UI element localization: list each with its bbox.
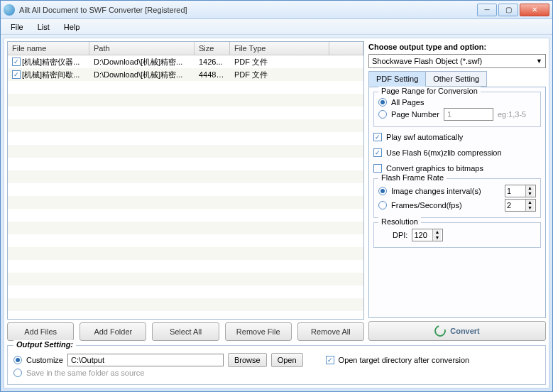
convert-button[interactable]: Convert	[368, 321, 546, 341]
menu-file[interactable]: File	[5, 21, 29, 33]
dpi-input[interactable]: ▲▼	[412, 229, 443, 241]
menu-list[interactable]: List	[32, 21, 55, 33]
file-table: File name Path Size File Type ✓[机械]精密仪器.…	[7, 41, 364, 320]
upper-row: File name Path Size File Type ✓[机械]精密仪器.…	[7, 41, 546, 341]
spin-down-icon: ▼	[432, 235, 441, 241]
spin-up-icon: ▲	[525, 185, 534, 191]
browse-button[interactable]: Browse	[228, 353, 267, 367]
open-target-checkbox[interactable]: ✓	[326, 356, 334, 364]
page-number-label: Page Number	[391, 110, 439, 119]
output-path-input[interactable]	[67, 354, 224, 366]
dropdown-icon: ▼	[536, 58, 542, 65]
convert-label: Convert	[450, 327, 480, 335]
col-spacer	[329, 42, 363, 55]
cell-type: PDF 文件	[230, 57, 329, 67]
col-size[interactable]: Size	[195, 42, 230, 55]
bitmaps-label: Convert graphics to bitmaps	[386, 164, 483, 173]
same-folder-radio[interactable]	[13, 369, 22, 377]
dpi-label: DPI:	[393, 231, 407, 239]
cell-path: D:\Download\[机械]精密...	[89, 70, 195, 80]
menubar: File List Help	[1, 19, 552, 35]
minimize-button[interactable]: ─	[477, 4, 497, 16]
spin-up-icon: ▲	[432, 229, 441, 235]
remove-all-button[interactable]: Remove All	[297, 322, 364, 341]
tab-pdf-setting[interactable]: PDF Setting	[368, 71, 426, 87]
table-row[interactable]: ✓[机械]精密间歇... D:\Download\[机械]精密... 4448K…	[8, 68, 363, 81]
page-range-hint: eg:1,3-5	[498, 110, 526, 119]
client-area: File name Path Size File Type ✓[机械]精密仪器.…	[4, 38, 549, 388]
col-filename[interactable]: File name	[8, 42, 89, 55]
tab-other-setting[interactable]: Other Setting	[425, 71, 487, 87]
same-folder-label: Save in the same folder as source	[26, 369, 144, 377]
spin-down-icon: ▼	[525, 191, 534, 197]
zlib-checkbox[interactable]: ✓	[373, 148, 382, 157]
options-pane: Choose output type and option: Shockwave…	[368, 41, 546, 341]
page-number-input[interactable]	[444, 108, 493, 121]
col-path[interactable]: Path	[89, 42, 195, 55]
remove-file-button[interactable]: Remove File	[225, 322, 292, 341]
spin-down-icon: ▼	[525, 205, 534, 211]
window-title: Ailt All Document to SWF Converter [Regi…	[19, 6, 477, 14]
app-window: Ailt All Document to SWF Converter [Regi…	[0, 0, 553, 392]
frame-rate-legend: Flash Frame Rate	[378, 173, 447, 182]
col-filetype[interactable]: File Type	[230, 42, 329, 55]
options-header: Choose output type and option:	[368, 41, 546, 54]
page-range-group: Page Range for Conversion All Pages Page…	[373, 92, 541, 127]
zlib-label: Use Flash 6(mx)zlib compression	[386, 148, 502, 157]
file-buttons: Add Files Add Folder Select All Remove F…	[7, 322, 364, 341]
row-checkbox[interactable]: ✓	[12, 58, 21, 66]
add-files-button[interactable]: Add Files	[7, 322, 74, 341]
all-pages-radio[interactable]	[378, 98, 387, 107]
menu-help[interactable]: Help	[58, 21, 86, 33]
file-pane: File name Path Size File Type ✓[机械]精密仪器.…	[7, 41, 364, 341]
frame-rate-group: Flash Frame Rate Image changes interval(…	[373, 178, 541, 218]
table-body[interactable]: ✓[机械]精密仪器... D:\Download\[机械]精密... 1426.…	[8, 55, 363, 319]
cell-name: [机械]精密仪器...	[22, 57, 80, 67]
play-auto-label: Play swf automatically	[386, 133, 463, 141]
close-button[interactable]: ✕	[520, 4, 549, 16]
select-all-button[interactable]: Select All	[152, 322, 219, 341]
cell-path: D:\Download\[机械]精密...	[89, 57, 195, 67]
fps-radio[interactable]	[378, 201, 387, 209]
settings-tabs: PDF Setting Other Setting	[368, 71, 546, 87]
fps-input[interactable]: ▲▼	[505, 199, 536, 212]
tab-body: Page Range for Conversion All Pages Page…	[368, 87, 546, 318]
resolution-group: Resolution DPI: ▲▼	[373, 222, 541, 248]
interval-label: Image changes interval(s)	[391, 187, 500, 195]
play-auto-checkbox[interactable]: ✓	[373, 133, 382, 141]
resolution-legend: Resolution	[378, 217, 421, 226]
open-button[interactable]: Open	[271, 353, 303, 367]
spin-up-icon: ▲	[525, 200, 534, 205]
cell-size: 4448KB	[195, 70, 230, 79]
customize-radio[interactable]	[13, 356, 22, 364]
customize-label: Customize	[26, 356, 63, 364]
output-type-combo[interactable]: Shockwave Flash Object (*.swf) ▼	[368, 54, 546, 68]
output-legend: Output Setting:	[13, 340, 76, 349]
cell-name: [机械]精密间歇...	[22, 70, 80, 80]
table-header: File name Path Size File Type	[8, 42, 363, 55]
window-buttons: ─ ▢ ✕	[477, 4, 549, 16]
cell-type: PDF 文件	[230, 70, 329, 80]
page-range-legend: Page Range for Conversion	[378, 87, 481, 95]
bitmaps-checkbox[interactable]	[373, 164, 382, 173]
open-target-label: Open target directory after conversion	[339, 356, 470, 364]
interval-input[interactable]: ▲▼	[505, 185, 536, 197]
interval-radio[interactable]	[378, 187, 387, 195]
table-row[interactable]: ✓[机械]精密仪器... D:\Download\[机械]精密... 1426.…	[8, 55, 363, 68]
maximize-button[interactable]: ▢	[498, 4, 518, 16]
add-folder-button[interactable]: Add Folder	[80, 322, 146, 341]
row-checkbox[interactable]: ✓	[12, 70, 21, 79]
fps-label: Frames/Second(fps)	[391, 201, 500, 209]
combo-value: Shockwave Flash Object (*.swf)	[372, 57, 482, 65]
app-icon	[4, 4, 15, 16]
cell-size: 1426...	[195, 58, 230, 66]
output-setting-group: Output Setting: Customize Browse Open ✓ …	[7, 345, 546, 385]
page-number-radio[interactable]	[378, 110, 387, 119]
titlebar: Ailt All Document to SWF Converter [Regi…	[1, 1, 552, 19]
convert-icon	[432, 323, 448, 339]
all-pages-label: All Pages	[391, 98, 424, 107]
